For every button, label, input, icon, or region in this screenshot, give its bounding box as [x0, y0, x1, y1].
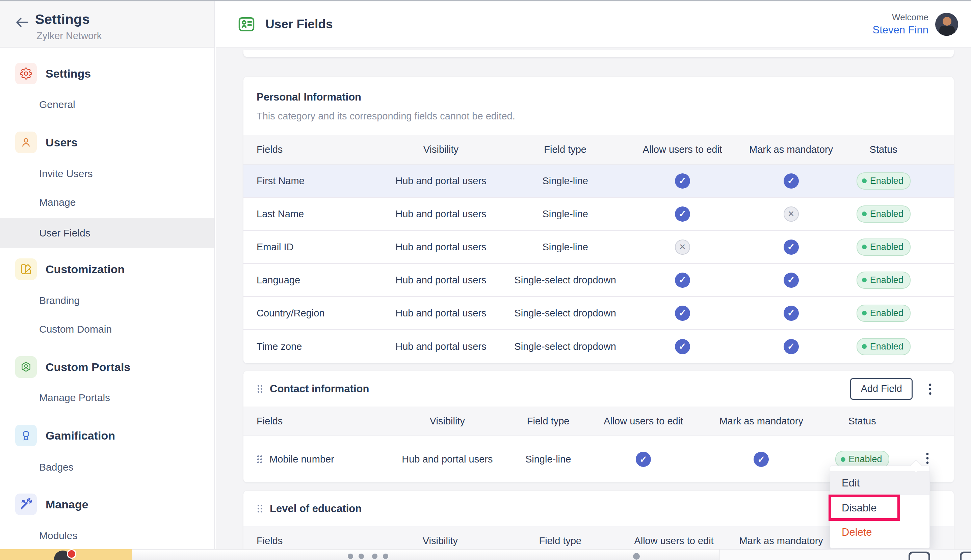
- table-row: Last Name Hub and portal users Single-li…: [244, 198, 954, 231]
- drag-handle-icon[interactable]: [257, 384, 262, 393]
- portal-user-icon: [15, 356, 37, 378]
- sidebar-group-customization[interactable]: Customization: [0, 254, 214, 284]
- section-title: Level of education: [270, 503, 362, 515]
- dock-window-icon[interactable]: [909, 552, 930, 560]
- sidebar-group-label: Users: [45, 136, 78, 149]
- status-badge: Enabled: [857, 172, 911, 190]
- field-visibility: Hub and portal users: [378, 275, 503, 286]
- column-header-mandatory: Mark as mandatory: [722, 535, 840, 547]
- field-name: Time zone: [244, 341, 378, 352]
- dock-strip: [0, 549, 971, 560]
- table-header: Fields Visibility Field type Allow users…: [244, 407, 954, 436]
- menu-item-disable[interactable]: Disable: [830, 496, 929, 520]
- column-header-status: Status: [844, 144, 923, 155]
- sidebar-item-manage[interactable]: Manage: [0, 189, 214, 216]
- row-kebab-menu-icon[interactable]: [926, 452, 929, 465]
- menu-item-edit[interactable]: Edit: [830, 471, 929, 495]
- color-swatch-icon: [15, 258, 37, 280]
- sidebar-item-modules[interactable]: Modules: [0, 522, 214, 549]
- sidebar-group-settings[interactable]: Settings: [0, 58, 214, 89]
- mandatory-toggle[interactable]: [784, 173, 799, 188]
- allow-edit-toggle[interactable]: [675, 173, 690, 188]
- sidebar-item-branding[interactable]: Branding: [0, 287, 214, 314]
- sidebar-item-label: Badges: [39, 462, 74, 473]
- allow-edit-toggle[interactable]: [675, 240, 690, 255]
- column-header-field-type: Field type: [503, 144, 627, 155]
- sidebar-item-badges[interactable]: Badges: [0, 454, 214, 481]
- dock-icon[interactable]: [383, 553, 388, 559]
- field-type: Single-line: [503, 208, 627, 220]
- user-avatar[interactable]: [935, 13, 958, 36]
- mandatory-toggle[interactable]: [784, 306, 799, 321]
- sidebar-item-manage-portals[interactable]: Manage Portals: [0, 384, 214, 411]
- sidebar-item-invite-users[interactable]: Invite Users: [0, 160, 214, 187]
- personal-information-card: Personal Information This category and i…: [244, 77, 954, 363]
- sidebar-item-user-fields[interactable]: User Fields: [0, 218, 214, 248]
- sidebar-group-gamification[interactable]: Gamification: [0, 420, 214, 451]
- column-header-allow-edit: Allow users to edit: [587, 416, 699, 427]
- sidebar-group-custom-portals[interactable]: Custom Portals: [0, 352, 214, 382]
- section-kebab-menu-icon[interactable]: [929, 383, 931, 395]
- allow-edit-toggle[interactable]: [675, 339, 690, 354]
- sidebar-group-users[interactable]: Users: [0, 127, 214, 158]
- field-type: Single-select dropdown: [503, 308, 627, 319]
- sidebar-item-label: Custom Domain: [39, 323, 112, 335]
- column-header-visibility: Visibility: [386, 535, 495, 547]
- dock-icon[interactable]: [372, 553, 378, 559]
- back-arrow-icon[interactable]: [14, 14, 30, 30]
- dock-icon[interactable]: [359, 553, 364, 559]
- status-badge: Enabled: [857, 272, 911, 289]
- field-visibility: Hub and portal users: [378, 242, 503, 253]
- column-header-fields: Fields: [244, 144, 378, 155]
- drag-handle-icon[interactable]: [257, 455, 262, 464]
- table-row: Email ID Hub and portal users Single-lin…: [244, 231, 954, 264]
- column-header-status: Status: [823, 416, 901, 427]
- dock-icon[interactable]: [633, 553, 640, 560]
- field-visibility: Hub and portal users: [378, 175, 503, 187]
- mandatory-toggle[interactable]: [754, 452, 769, 467]
- sidebar-item-label: User Fields: [39, 227, 90, 239]
- scrolled-card-edge: [244, 50, 954, 57]
- sidebar-title: Settings: [35, 12, 90, 27]
- status-badge: Enabled: [857, 305, 911, 322]
- field-type: Single-select dropdown: [503, 275, 627, 286]
- table-header: Fields Visibility Field type Allow users…: [244, 135, 954, 165]
- sidebar-item-label: Manage Portals: [39, 392, 110, 403]
- allow-edit-toggle[interactable]: [636, 452, 651, 467]
- user-fields-icon: [237, 15, 256, 34]
- gear-icon: [15, 63, 37, 84]
- allow-edit-toggle[interactable]: [675, 273, 690, 288]
- column-header-field-type: Field type: [495, 535, 626, 547]
- allow-edit-toggle[interactable]: [675, 306, 690, 321]
- sidebar-nav: Settings General Users Invite Users Mana…: [0, 48, 214, 560]
- allow-edit-toggle[interactable]: [675, 207, 690, 222]
- row-actions-menu: Edit Disable Delete: [830, 465, 930, 548]
- add-field-button[interactable]: Add Field: [850, 378, 913, 400]
- field-type: Single-line: [503, 175, 627, 187]
- menu-item-delete[interactable]: Delete: [830, 520, 929, 544]
- sidebar-group-manage[interactable]: Manage: [0, 489, 214, 520]
- field-name: First Name: [244, 175, 378, 187]
- field-type: Single-line: [509, 454, 587, 465]
- sidebar-item-custom-domain[interactable]: Custom Domain: [0, 316, 214, 343]
- mandatory-toggle[interactable]: [784, 339, 799, 354]
- dock-window-icon[interactable]: [960, 552, 971, 560]
- mandatory-toggle[interactable]: [784, 273, 799, 288]
- dock-icon[interactable]: [348, 553, 353, 559]
- user-name-link[interactable]: Steven Finn: [873, 24, 928, 36]
- field-name: Country/Region: [244, 308, 378, 319]
- sidebar-subtitle: Zylker Network: [37, 30, 102, 42]
- section-note: This category and its corresponding fiel…: [257, 111, 515, 122]
- column-header-allow-edit: Allow users to edit: [627, 144, 738, 155]
- column-header-allow-edit: Allow users to edit: [626, 535, 722, 547]
- sidebar-item-general[interactable]: General: [0, 91, 214, 118]
- column-header-visibility: Visibility: [386, 416, 509, 427]
- field-visibility: Hub and portal users: [386, 454, 509, 465]
- mandatory-toggle[interactable]: [784, 240, 799, 255]
- mandatory-toggle[interactable]: [784, 207, 799, 222]
- drag-handle-icon[interactable]: [257, 504, 262, 513]
- sidebar-item-label: General: [39, 99, 75, 110]
- dock-notification-badge: [67, 549, 76, 558]
- dock-right-segment: [719, 549, 971, 560]
- welcome-label: Welcome: [892, 12, 928, 23]
